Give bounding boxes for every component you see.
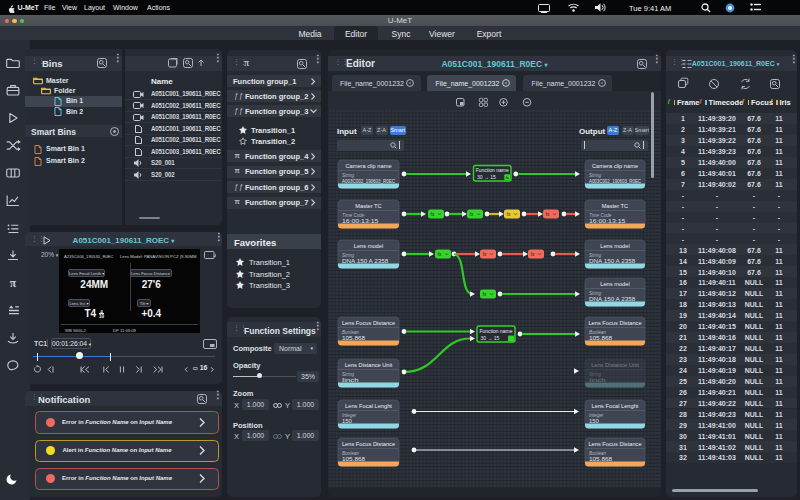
svg-text:π: π (10, 277, 17, 290)
svg-text:Boolean: Boolean (342, 330, 359, 335)
svg-text:String: String (589, 253, 601, 258)
svg-text:String: String (342, 173, 354, 178)
svg-text:fx: fx (546, 212, 550, 217)
svg-text:Lens model: Lens model (600, 281, 629, 287)
svg-text:String: String (589, 291, 601, 296)
svg-text:Lens Focal Lenght: Lens Focal Lenght (592, 403, 639, 409)
svg-text:Camera clip name: Camera clip name (345, 163, 391, 169)
svg-text:fx: fx (483, 252, 487, 257)
svg-text:Lens Focus Distance: Lens Focus Distance (588, 441, 641, 447)
svg-text:DNA 150 A 2358: DNA 150 A 2358 (589, 258, 636, 264)
svg-text:Boolean: Boolean (342, 451, 359, 456)
svg-text:150: 150 (589, 418, 600, 424)
svg-text:105.868: 105.868 (342, 456, 366, 462)
svg-text:String: String (589, 173, 601, 178)
svg-text:fx: fx (470, 212, 474, 217)
svg-text:String: String (342, 253, 354, 258)
svg-text:105.868: 105.868 (589, 335, 613, 341)
svg-text:Lens model: Lens model (354, 243, 383, 249)
svg-text:fx: fx (531, 252, 535, 257)
svg-text:Lens model: Lens model (600, 243, 629, 249)
svg-text:Boolean: Boolean (589, 330, 606, 335)
svg-text:Master TC: Master TC (602, 203, 628, 209)
svg-text:fx: fx (438, 252, 442, 257)
svg-text:Lens Focal Lenght: Lens Focal Lenght (345, 403, 392, 409)
svg-text:Iinch: Iinch (589, 377, 606, 383)
svg-text:Lens Focus Distance: Lens Focus Distance (342, 320, 395, 326)
svg-text:DNA 150 A 2358: DNA 150 A 2358 (589, 296, 636, 302)
svg-text:30 → 15: 30 → 15 (477, 174, 496, 180)
svg-text:String: String (589, 372, 601, 377)
svg-text:A003C002_190603_R0EC: A003C002_190603_R0EC (342, 178, 395, 184)
svg-text:Integer: Integer (589, 413, 604, 418)
svg-text:Integer: Integer (342, 413, 357, 418)
svg-text:Lens Distance Unit: Lens Distance Unit (345, 362, 393, 368)
svg-text:Lens Distance Unit: Lens Distance Unit (591, 362, 639, 368)
svg-text:fx: fx (483, 292, 487, 297)
svg-text:150: 150 (342, 418, 353, 424)
svg-text:Iinch: Iinch (342, 377, 359, 383)
svg-text:Camera clip name: Camera clip name (592, 163, 638, 169)
svg-text:Function name: Function name (479, 328, 512, 334)
svg-text:105.868: 105.868 (342, 335, 366, 341)
svg-text:DNA 150 A 2358: DNA 150 A 2358 (342, 258, 389, 264)
svg-text:105.868: 105.868 (589, 456, 613, 462)
svg-text:Time Code: Time Code (342, 213, 365, 218)
svg-text:30 → 15: 30 → 15 (481, 335, 500, 341)
svg-text:Function name: Function name (476, 167, 509, 173)
svg-text:16:00:13:15: 16:00:13:15 (589, 218, 626, 224)
svg-text:Time Code: Time Code (589, 213, 612, 218)
svg-text:Lens Focus Distance: Lens Focus Distance (342, 441, 395, 447)
svg-text:Master TC: Master TC (355, 203, 381, 209)
svg-text:fx: fx (507, 212, 511, 217)
svg-text:String: String (342, 372, 354, 377)
svg-text:16:00:13:15: 16:00:13:15 (342, 218, 379, 224)
svg-text:A003C002_190603_R0EC: A003C002_190603_R0EC (589, 178, 641, 184)
svg-text:fx: fx (431, 212, 435, 217)
svg-text:Lens Focus Distance: Lens Focus Distance (588, 320, 641, 326)
svg-text:Boolean: Boolean (589, 451, 606, 456)
